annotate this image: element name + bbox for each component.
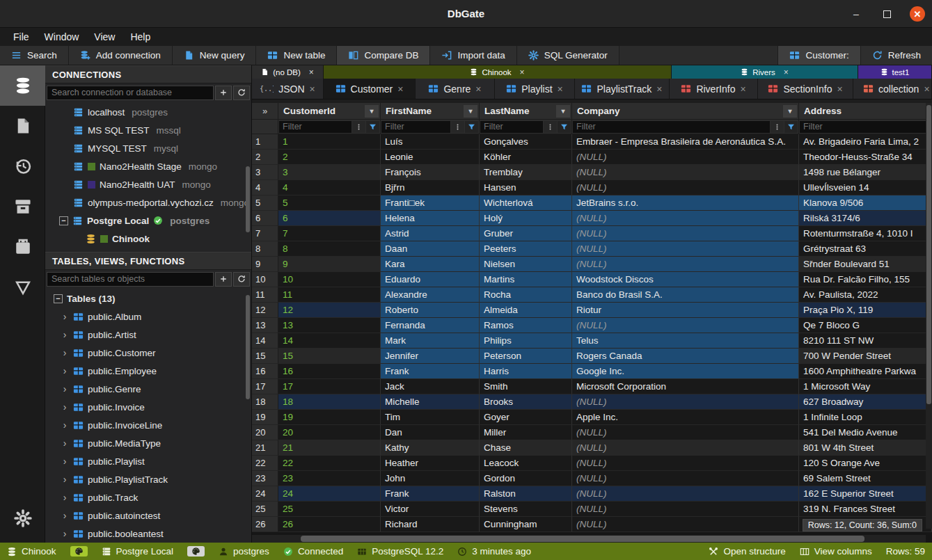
statusbar-item-postgresql-12-2[interactable]: PostgreSQL 12.2 xyxy=(357,546,443,557)
tables-scrollbar[interactable] xyxy=(246,295,250,399)
toolbar-button-new-table[interactable]: New table xyxy=(256,46,337,65)
cell-ad-7[interactable]: Rotenturmstraße 4, 1010 I xyxy=(799,226,932,241)
cell-id-6[interactable]: 6 xyxy=(278,211,381,226)
row-number[interactable]: 26 xyxy=(252,517,278,532)
collapse-box[interactable]: − xyxy=(59,216,68,225)
cell-id-2[interactable]: 2 xyxy=(278,150,381,165)
cell-ln-18[interactable]: Brooks xyxy=(480,394,572,410)
column-header-id[interactable]: CustomerId▾ xyxy=(278,103,381,120)
filter-input-ln[interactable] xyxy=(480,121,543,133)
table-item-public-album[interactable]: ›public.Album xyxy=(45,307,251,326)
grid-vertical-scrollbar[interactable] xyxy=(926,103,932,529)
cell-ln-20[interactable]: Miller xyxy=(480,425,572,440)
cell-fn-6[interactable]: Helena xyxy=(381,211,480,226)
row-number[interactable]: 17 xyxy=(252,379,278,394)
cell-ad-3[interactable]: 1498 rue Bélanger xyxy=(799,165,932,180)
filter-funnel-button[interactable] xyxy=(366,121,379,133)
cell-fn-21[interactable]: Kathy xyxy=(381,440,480,456)
statusbar-item-postgre-local[interactable]: Postgre Local xyxy=(102,546,174,557)
connection-item-nano2health-uat[interactable]: Nano2Health UATmongo xyxy=(45,175,251,193)
cell-ad-12[interactable]: Praça Pio X, 119 xyxy=(799,303,932,318)
row-number[interactable]: 8 xyxy=(252,241,278,257)
cell-ln-17[interactable]: Smith xyxy=(480,379,572,394)
connections-search-input[interactable] xyxy=(47,86,214,100)
cell-id-14[interactable]: 14 xyxy=(278,333,381,349)
cell-ln-1[interactable]: Gonçalves xyxy=(480,134,572,150)
column-dropdown-button[interactable]: ▾ xyxy=(556,105,570,118)
cell-id-15[interactable]: 15 xyxy=(278,349,381,364)
cell-fn-23[interactable]: John xyxy=(381,471,480,486)
cell-co-13[interactable]: (NULL) xyxy=(572,318,799,333)
column-header-ad[interactable]: Address xyxy=(799,103,932,120)
cell-ad-21[interactable]: 801 W 4th Street xyxy=(799,440,932,456)
row-number[interactable]: 14 xyxy=(252,333,278,349)
cell-co-1[interactable]: Embraer - Empresa Brasileira de Aeronáut… xyxy=(572,134,799,150)
row-number[interactable]: 12 xyxy=(252,303,278,318)
filter-menu-button[interactable] xyxy=(771,121,784,133)
cell-co-24[interactable]: (NULL) xyxy=(572,486,799,502)
close-button[interactable]: ✕ xyxy=(910,6,925,22)
cell-co-6[interactable]: (NULL) xyxy=(572,211,799,226)
cell-co-23[interactable]: (NULL) xyxy=(572,471,799,486)
table-item-public-genre[interactable]: ›public.Genre xyxy=(45,380,251,398)
menu-file[interactable]: File xyxy=(6,28,37,46)
minimize-button[interactable]: – xyxy=(848,6,864,22)
cell-ln-4[interactable]: Hansen xyxy=(480,180,572,195)
cell-id-25[interactable]: 25 xyxy=(278,502,381,517)
tab-json[interactable]: {..}JSON× xyxy=(252,79,324,99)
cell-co-3[interactable]: (NULL) xyxy=(572,165,799,180)
cell-co-9[interactable]: (NULL) xyxy=(572,257,799,272)
cell-co-11[interactable]: Banco do Brasil S.A. xyxy=(572,287,799,303)
tab-customer[interactable]: Customer× xyxy=(324,79,416,99)
rail-history[interactable] xyxy=(0,146,45,186)
statusbar-item-open-structure[interactable]: Open structure xyxy=(709,546,785,557)
rail-funnel[interactable] xyxy=(0,267,45,307)
cell-id-5[interactable]: 5 xyxy=(278,195,381,211)
add-connection-small-button[interactable] xyxy=(215,86,232,100)
cell-ln-21[interactable]: Chase xyxy=(480,440,572,456)
table-item-public-track[interactable]: ›public.Track xyxy=(45,488,251,506)
cell-ln-9[interactable]: Nielsen xyxy=(480,257,572,272)
cell-fn-25[interactable]: Victor xyxy=(381,502,480,517)
rail-archive[interactable] xyxy=(0,186,45,227)
filter-funnel-button[interactable] xyxy=(465,121,478,133)
cell-ad-18[interactable]: 627 Broadway xyxy=(799,394,932,410)
cell-id-4[interactable]: 4 xyxy=(278,180,381,195)
expand-columns-button[interactable]: » xyxy=(252,103,278,120)
filter-input-id[interactable] xyxy=(279,121,352,133)
cell-ln-22[interactable]: Leacock xyxy=(480,456,572,471)
cell-ln-23[interactable]: Gordon xyxy=(480,471,572,486)
cell-co-22[interactable]: (NULL) xyxy=(572,456,799,471)
row-number[interactable]: 1 xyxy=(252,134,278,150)
cell-id-3[interactable]: 3 xyxy=(278,165,381,180)
close-icon[interactable]: × xyxy=(475,83,481,95)
tab-group--no-db-[interactable]: (no DB)× xyxy=(252,65,324,79)
row-number[interactable]: 3 xyxy=(252,165,278,180)
rail-book[interactable] xyxy=(0,227,45,267)
tab-group-chinook[interactable]: Chinook× xyxy=(324,65,672,79)
tab-genre[interactable]: Genre× xyxy=(416,79,495,99)
cell-fn-12[interactable]: Roberto xyxy=(381,303,480,318)
filter-funnel-button[interactable] xyxy=(784,121,798,133)
cell-co-17[interactable]: Microsoft Corporation xyxy=(572,379,799,394)
filter-menu-button[interactable] xyxy=(544,121,557,133)
cell-fn-16[interactable]: Frank xyxy=(381,364,480,379)
row-number[interactable]: 23 xyxy=(252,471,278,486)
table-item-public-mediatype[interactable]: ›public.MediaType xyxy=(45,434,251,452)
connection-item-nano2health-stage[interactable]: Nano2Health Stagemongo xyxy=(45,157,251,175)
toolbar-button-refresh[interactable]: Refresh xyxy=(860,46,932,65)
toolbar-button-new-query[interactable]: New query xyxy=(173,46,257,65)
cell-id-21[interactable]: 21 xyxy=(278,440,381,456)
filter-input-co[interactable] xyxy=(573,121,770,133)
add-table-small-button[interactable] xyxy=(215,272,232,287)
row-number[interactable]: 18 xyxy=(252,394,278,410)
cell-ad-20[interactable]: 541 Del Medio Avenue xyxy=(799,425,932,440)
refresh-connections-button[interactable] xyxy=(233,86,250,100)
cell-id-20[interactable]: 20 xyxy=(278,425,381,440)
close-icon[interactable]: × xyxy=(837,83,842,95)
row-number[interactable]: 16 xyxy=(252,364,278,379)
cell-ln-6[interactable]: Holý xyxy=(480,211,572,226)
menu-window[interactable]: Window xyxy=(37,28,87,46)
cell-co-8[interactable]: (NULL) xyxy=(572,241,799,257)
cell-fn-2[interactable]: Leonie xyxy=(381,150,480,165)
